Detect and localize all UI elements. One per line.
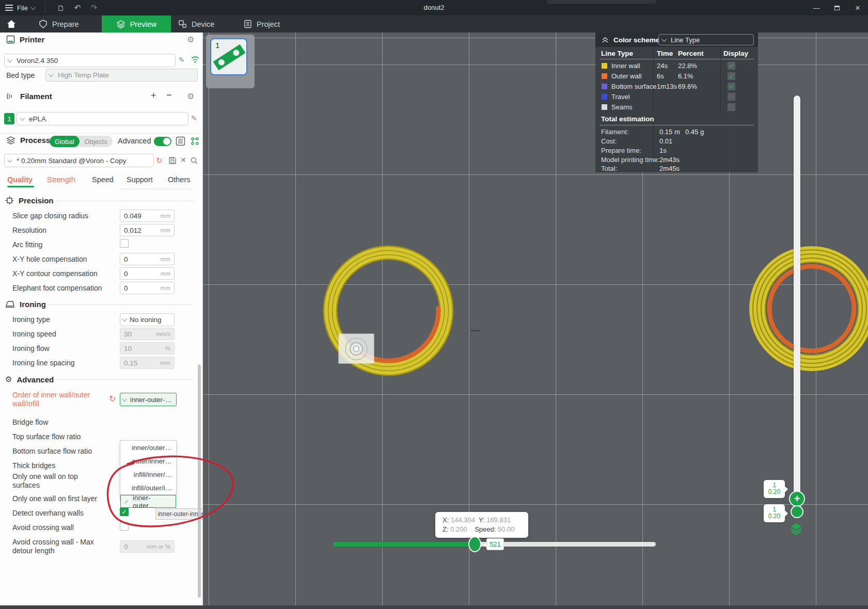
filament-slot-badge[interactable]: 1 — [4, 113, 14, 124]
avoid-crossing-wall-checkbox[interactable] — [120, 522, 129, 531]
tab-strength[interactable]: Strength — [47, 175, 75, 184]
dropdown-option[interactable]: infill/inner/… — [120, 468, 176, 481]
process-scope-toggle[interactable]: Global Objects — [50, 136, 113, 147]
printer-select[interactable]: Voron2.4 350 — [4, 54, 176, 67]
setting-label: Avoid crossing wall - Maxdetour length — [12, 538, 94, 555]
printer-settings-gear-icon[interactable]: ⚙ — [187, 35, 194, 44]
wall-order-dropdown: inner/outer… outer/inner… infill/inner/…… — [120, 440, 177, 495]
line-type-time: 1m13s — [657, 83, 677, 90]
ironing-flow-input: 10% — [120, 342, 175, 355]
divider — [599, 125, 754, 125]
estimation-value: 2m43s — [659, 156, 680, 164]
layers-icon[interactable] — [790, 522, 803, 535]
plate-thumbnail-card[interactable]: 1 — [210, 38, 247, 75]
process-icon — [6, 136, 15, 145]
background-window-artifact — [547, 0, 656, 4]
edit-filament-icon[interactable]: ✎ — [191, 114, 197, 122]
bed-type-select[interactable]: High Temp Plate — [45, 69, 198, 82]
estimation-value: 0.01 — [659, 137, 672, 145]
detect-overhang-walls-checkbox[interactable]: ✓ — [120, 507, 129, 516]
home-icon[interactable] — [6, 19, 17, 29]
line-type-percent: 22.8% — [678, 62, 697, 70]
reset-preset-icon[interactable]: ↻ — [156, 156, 163, 165]
elephant-foot-compensation-input[interactable]: 0mm — [120, 282, 175, 294]
collapse-panel-icon[interactable] — [602, 37, 609, 43]
plate-thumbnail[interactable]: 1 — [206, 35, 255, 88]
filament-icon — [6, 92, 15, 101]
tab-quality[interactable]: Quality — [7, 175, 33, 184]
layer-badge-bottom: 10.20 — [764, 504, 785, 522]
divider — [720, 47, 721, 111]
display-checkbox[interactable]: ✓ — [728, 83, 735, 90]
advanced-section-header[interactable]: ⚙ Advanced — [5, 375, 54, 384]
xy-hole-compensation-input[interactable]: 0mm — [120, 253, 175, 265]
slice-gap-closing-radius-input[interactable]: 0.049mm — [120, 210, 175, 222]
filament-settings-gear-icon[interactable]: ⚙ — [187, 91, 194, 101]
view-mode-select[interactable]: Line Type — [658, 34, 754, 45]
move-slider-handle[interactable] — [468, 536, 481, 552]
ironing-icon — [5, 300, 15, 308]
column-header: Display — [723, 50, 748, 57]
display-checkbox[interactable] — [728, 93, 735, 101]
filament-select[interactable]: ePLA — [17, 112, 188, 125]
divider — [653, 125, 654, 171]
ironing-section-header[interactable]: Ironing — [5, 300, 46, 309]
filament-section-header: Filament — [6, 92, 52, 101]
scope-objects[interactable]: Objects — [80, 136, 113, 147]
display-checkbox[interactable]: ✓ — [728, 72, 735, 80]
layer-slider-track[interactable] — [794, 95, 800, 503]
column-header: Line Type — [601, 50, 633, 57]
delete-preset-icon[interactable]: ✕ — [180, 156, 186, 164]
dropdown-option[interactable]: infill/outer/i… — [120, 481, 176, 494]
display-checkbox[interactable] — [728, 103, 735, 111]
estimation-label: Total: — [601, 165, 617, 172]
settings-list-icon[interactable] — [176, 136, 185, 146]
toolpath-canvas — [203, 33, 868, 609]
layer-slider-upper-handle[interactable]: + — [789, 491, 805, 507]
ironing-type-select[interactable]: No ironing — [120, 313, 175, 326]
display-checkbox[interactable]: ✓ — [728, 62, 735, 70]
preview-3d-viewport[interactable]: 1 Color scheme Line Type Line Type Time … — [203, 33, 868, 609]
resolution-input[interactable]: 0.012mm — [120, 224, 175, 236]
remove-filament-icon[interactable]: − — [166, 90, 172, 101]
precision-section-header[interactable]: Precision — [5, 196, 54, 205]
reset-setting-icon[interactable]: ↻ — [109, 394, 116, 404]
process-preset-select[interactable]: * 0.20mm Standard @Voron - Copy — [4, 154, 154, 167]
scope-global[interactable]: Global — [50, 136, 80, 147]
wall-order-select[interactable]: inner-outer-… — [120, 393, 177, 406]
tab-project[interactable]: Project — [244, 15, 301, 33]
setting-label: Detect overhang walls — [12, 509, 84, 518]
tab-prepare[interactable]: Prepare — [39, 15, 96, 33]
edit-printer-icon[interactable]: ✎ — [179, 56, 185, 64]
line-type-swatch — [602, 63, 607, 69]
wifi-icon[interactable] — [191, 55, 200, 63]
advanced-mode-toggle[interactable] — [154, 137, 171, 146]
line-type-name: Seams — [611, 103, 632, 111]
minimize-button[interactable]: — — [806, 0, 827, 15]
tab-speed[interactable]: Speed — [92, 175, 114, 184]
check-icon: ✓ — [124, 498, 129, 505]
tab-preview[interactable]: Preview — [102, 15, 171, 33]
divider — [48, 304, 193, 305]
compare-presets-icon[interactable] — [190, 136, 200, 146]
setting-label-modified: Order of inner wall/outerwall/infill — [12, 391, 90, 408]
prepare-icon — [39, 20, 48, 28]
arc-fitting-checkbox[interactable] — [120, 239, 129, 248]
close-button[interactable]: ✕ — [847, 0, 868, 15]
dropdown-option-selected[interactable]: ✓ inner-outer… — [120, 495, 176, 508]
dropdown-option[interactable]: outer/inner… — [120, 454, 176, 468]
tab-support[interactable]: Support — [127, 175, 153, 184]
xy-contour-compensation-input[interactable]: 0mm — [120, 267, 175, 280]
sidebar-scrollbar[interactable] — [198, 364, 201, 598]
bed-type-label: Bed type — [6, 71, 35, 79]
save-preset-icon[interactable] — [168, 156, 177, 165]
tab-others[interactable]: Others — [168, 175, 191, 184]
add-filament-icon[interactable]: + — [151, 90, 156, 101]
maximize-button[interactable] — [827, 0, 847, 15]
dropdown-option[interactable]: inner/outer… — [120, 441, 176, 454]
layer-slider-lower-handle[interactable] — [791, 505, 803, 518]
search-settings-icon[interactable] — [190, 156, 198, 165]
line-type-time: 6s — [657, 72, 664, 80]
tab-device[interactable]: Device — [178, 15, 235, 33]
advanced-icon: ⚙ — [5, 375, 12, 384]
